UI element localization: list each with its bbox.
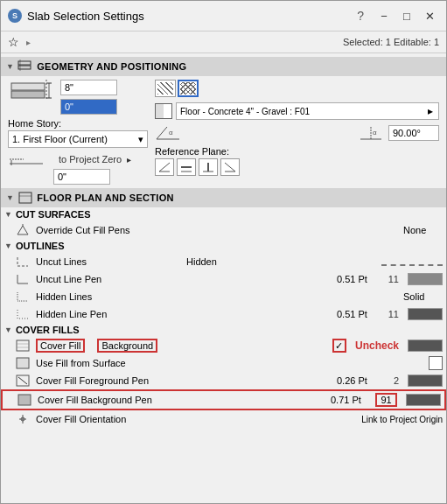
floor-plan-section-header[interactable]: ▼ FLOOR PLAN AND SECTION xyxy=(1,188,446,207)
cover-fills-arrow-icon: ▼ xyxy=(4,326,12,334)
cross-hatch-icon xyxy=(180,82,196,94)
hidden-line-pen-value: 0.51 Pt xyxy=(337,309,376,319)
outline-row-0: Uncut Lines Hidden xyxy=(1,253,446,270)
outlines-header[interactable]: ▼ OUTLINES xyxy=(1,239,446,253)
cover-fill-orientation-row: Cover Fill Orientation Link to Project O… xyxy=(1,410,446,428)
cross-hatch-button[interactable] xyxy=(178,80,199,97)
uncut-line-pen-num: 11 xyxy=(381,274,399,284)
fill-pattern-buttons xyxy=(155,80,439,97)
override-cut-fill-icon xyxy=(15,223,31,237)
geometry-right: Floor - Concrete 4" - Gravel : F01 ▸ α xyxy=(155,80,439,176)
cover-fill-fg-pen-value: 0.26 Pt xyxy=(337,375,376,386)
svg-line-24 xyxy=(225,163,235,172)
cover-fill-value-boxed: Background xyxy=(97,339,157,353)
floor-plan-icon xyxy=(17,191,33,205)
svg-text:α: α xyxy=(373,129,377,136)
offset-input[interactable] xyxy=(60,99,117,115)
cover-fill-bg-pen-swatch xyxy=(406,394,441,406)
title-bar-right: ? − □ ✕ xyxy=(357,6,439,25)
uncut-lines-icon xyxy=(15,255,31,269)
cover-fill-orientation-icon xyxy=(15,412,31,426)
svg-rect-3 xyxy=(11,83,45,90)
cover-fill-orientation-value: Link to Project Origin xyxy=(361,415,443,424)
angle-input[interactable] xyxy=(388,125,439,141)
to-project-zero-label: to Project Zero xyxy=(59,154,122,164)
angle-row: α α xyxy=(155,123,439,143)
geometry-left: Home Story: 1. First Floor (Current) ▾ xyxy=(8,80,148,185)
close-button[interactable]: ✕ xyxy=(420,6,439,25)
uncut-lines-dash xyxy=(381,264,443,266)
override-cut-fill-row: Override Cut Fill Pens None xyxy=(1,221,446,239)
floor-type-arrow-button[interactable]: ▸ xyxy=(426,105,435,117)
cut-surfaces-header[interactable]: ▼ CUT SURFACES xyxy=(1,207,446,221)
svg-line-18 xyxy=(159,163,170,172)
floor-type-value: Floor - Concrete 4" - Gravel : F01 xyxy=(180,107,310,116)
floor-type-dropdown[interactable]: Floor - Concrete 4" - Gravel : F01 ▸ xyxy=(176,102,439,120)
svg-rect-29 xyxy=(17,340,29,351)
outlines-title: OUTLINES xyxy=(16,241,65,251)
uncut-line-pen-label: Uncut Line Pen xyxy=(36,274,332,284)
ref-icon-1-button[interactable] xyxy=(155,158,174,176)
hidden-lines-value: Solid xyxy=(403,291,443,302)
override-cut-fill-value: None xyxy=(403,225,443,235)
hatch-pattern-button[interactable] xyxy=(155,80,176,97)
cover-fill-check-icon: ✓ xyxy=(335,340,343,352)
geometry-layout: Home Story: 1. First Floor (Current) ▾ xyxy=(8,80,439,185)
title-controls: − □ ✕ xyxy=(374,6,439,25)
outline-row-3: Hidden Line Pen 0.51 Pt 11 xyxy=(1,305,446,323)
toolbar: ☆ ▸ Selected: 1 Editable: 1 xyxy=(1,32,446,53)
uncut-lines-value: Hidden xyxy=(186,256,226,267)
floor-plan-section-title: FLOOR PLAN AND SECTION xyxy=(37,192,174,203)
zero-offset-input[interactable] xyxy=(53,169,110,185)
favorite-button[interactable]: ☆ xyxy=(8,35,19,49)
ref-icon-3-button[interactable] xyxy=(199,158,218,176)
to-project-zero-row: to Project Zero ▸ xyxy=(8,151,148,167)
selected-info: Selected: 1 Editable: 1 xyxy=(343,37,439,47)
svg-text:α: α xyxy=(169,129,173,136)
cover-fill-fg-pen-row: Cover Fill Foreground Pen 0.26 Pt 2 xyxy=(1,372,446,389)
ref-icon-2-button[interactable] xyxy=(177,158,196,176)
use-fill-surface-row: Use Fill from Surface xyxy=(1,354,446,372)
to-project-zero-arrow: ▸ xyxy=(127,155,131,164)
geometry-section-header[interactable]: ▼ GEOMETRY AND POSITIONING xyxy=(1,57,446,76)
uncut-lines-label: Uncut Lines xyxy=(36,256,181,267)
toolbar-arrow: ▸ xyxy=(26,38,31,47)
cover-fill-bg-pen-label: Cover Fill Background Pen xyxy=(38,395,325,405)
hidden-lines-label: Hidden Lines xyxy=(36,291,398,302)
ref-icon-4-button[interactable] xyxy=(220,158,240,176)
cover-fill-fg-pen-swatch xyxy=(408,374,443,387)
cover-fill-fg-pen-label: Cover Fill Foreground Pen xyxy=(36,375,332,386)
height-input[interactable] xyxy=(60,80,117,95)
outlines-arrow-icon: ▼ xyxy=(4,242,12,250)
geometry-section-title: GEOMETRY AND POSITIONING xyxy=(37,61,186,72)
svg-line-34 xyxy=(18,377,27,384)
cover-fill-row: Cover Fill Background ✓ Uncheck xyxy=(1,337,446,354)
geometry-inputs xyxy=(60,80,117,115)
title-bar: S Slab Selection Settings ? − □ ✕ xyxy=(1,1,446,32)
help-button[interactable]: ? xyxy=(357,9,364,23)
use-fill-surface-label: Use Fill from Surface xyxy=(36,358,227,368)
cover-fill-orientation-label: Cover Fill Orientation xyxy=(36,414,356,424)
hatch-pattern-icon xyxy=(157,82,173,94)
svg-rect-4 xyxy=(11,91,45,98)
cover-fills-header[interactable]: ▼ COVER FILLS xyxy=(1,323,446,337)
use-fill-surface-checkbox[interactable] xyxy=(429,356,443,370)
ref-plane-label: Reference Plane: xyxy=(155,146,439,157)
to-zero-diagram xyxy=(8,151,53,167)
svg-rect-35 xyxy=(18,395,31,405)
uncut-line-pen-icon xyxy=(15,272,31,286)
material-icon xyxy=(155,103,172,119)
outline-row-1: Uncut Line Pen 0.51 Pt 11 xyxy=(1,270,446,288)
floor-type-row: Floor - Concrete 4" - Gravel : F01 ▸ xyxy=(155,102,439,120)
cover-fill-icon xyxy=(15,339,31,353)
floor-plan-arrow-icon: ▼ xyxy=(6,193,14,202)
hidden-line-pen-icon xyxy=(15,307,31,321)
cover-fill-bg-pen-row-boxed: Cover Fill Background Pen 0.71 Pt 91 xyxy=(1,389,446,410)
geometry-icon xyxy=(17,60,33,74)
cover-fill-checkbox-boxed[interactable]: ✓ xyxy=(332,339,346,353)
hidden-lines-icon xyxy=(15,290,31,304)
home-story-dropdown[interactable]: 1. First Floor (Current) ▾ xyxy=(8,130,148,148)
minimize-button[interactable]: − xyxy=(374,6,394,25)
maximize-button[interactable]: □ xyxy=(397,6,416,25)
main-window: S Slab Selection Settings ? − □ ✕ ☆ ▸ Se… xyxy=(0,0,447,504)
